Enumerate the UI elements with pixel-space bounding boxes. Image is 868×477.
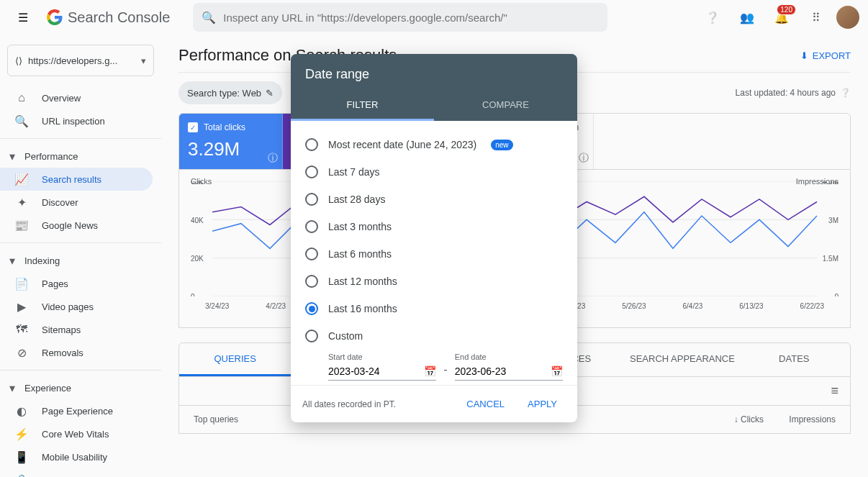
modal-title: Date range xyxy=(291,54,577,91)
radio-label: Custom xyxy=(328,330,363,342)
apply-button[interactable]: APPLY xyxy=(519,393,566,415)
radio-label: Last 28 days xyxy=(328,194,385,205)
modal-buttons: CANCEL APPLY xyxy=(458,393,566,415)
radio-icon xyxy=(305,275,318,288)
radio-icon xyxy=(305,193,318,206)
modal-header: Date range FILTER COMPARE xyxy=(291,54,577,121)
modal-tab-compare[interactable]: COMPARE xyxy=(434,91,577,121)
radio-16-months[interactable]: Last 16 months xyxy=(305,295,563,322)
radio-most-recent[interactable]: Most recent date (June 24, 2023)new xyxy=(305,131,563,158)
modal-tabs: FILTER COMPARE xyxy=(291,91,577,121)
start-date-value: 2023-03-24 xyxy=(328,365,424,377)
radio-label: Most recent date (June 24, 2023) xyxy=(328,139,476,150)
radio-3-months[interactable]: Last 3 months xyxy=(305,213,563,240)
cancel-button[interactable]: CANCEL xyxy=(458,393,513,415)
start-date-label: Start date xyxy=(328,353,436,361)
radio-12-months[interactable]: Last 12 months xyxy=(305,268,563,295)
date-range-modal: Date range FILTER COMPARE Most recent da… xyxy=(291,54,577,422)
radio-icon xyxy=(305,138,318,151)
radio-icon xyxy=(305,220,318,233)
radio-label: Last 12 months xyxy=(328,276,397,287)
dash: - xyxy=(443,363,447,381)
radio-6-months[interactable]: Last 6 months xyxy=(305,240,563,268)
radio-on-icon xyxy=(305,302,318,315)
radio-icon xyxy=(305,330,318,342)
modal-tab-filter[interactable]: FILTER xyxy=(291,91,434,121)
radio-icon xyxy=(305,165,318,178)
start-date-field[interactable]: Start date 2023-03-24📅 xyxy=(328,353,436,381)
custom-date-row: Start date 2023-03-24📅 - End date 2023-0… xyxy=(305,350,563,385)
modal-backdrop: Date range FILTER COMPARE Most recent da… xyxy=(0,0,868,477)
radio-label: Last 6 months xyxy=(328,248,392,260)
radio-label: Last 3 months xyxy=(328,221,392,232)
radio-label: Last 7 days xyxy=(328,166,380,178)
radio-custom[interactable]: Custom xyxy=(305,322,563,350)
calendar-icon[interactable]: 📅 xyxy=(551,365,563,377)
end-date-label: End date xyxy=(455,353,563,361)
calendar-icon[interactable]: 📅 xyxy=(424,365,436,377)
footnote: All dates recorded in PT. xyxy=(302,399,396,409)
radio-icon xyxy=(305,247,318,260)
modal-footer: All dates recorded in PT. CANCEL APPLY xyxy=(291,385,577,422)
radio-label: Last 16 months xyxy=(328,303,397,314)
radio-28-days[interactable]: Last 28 days xyxy=(305,186,563,213)
new-badge: new xyxy=(491,140,512,150)
end-date-field[interactable]: End date 2023-06-23📅 xyxy=(455,353,563,381)
radio-7-days[interactable]: Last 7 days xyxy=(305,158,563,186)
radio-list: Most recent date (June 24, 2023)new Last… xyxy=(291,121,577,385)
end-date-value: 2023-06-23 xyxy=(455,365,551,377)
